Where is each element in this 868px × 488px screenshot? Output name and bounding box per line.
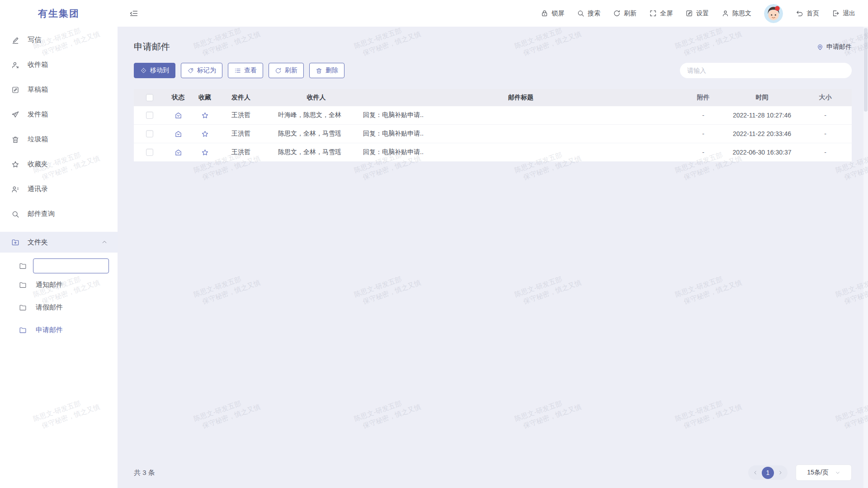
topbar-item-user[interactable]: 陈思文 [722, 9, 751, 18]
sidebar-item-contacts[interactable]: 通讯录 [0, 177, 118, 202]
total-count: 共 3 条 [134, 469, 155, 477]
topbar: 锁屏搜索刷新全屏设置陈思文首页退出 [118, 0, 868, 27]
topbar-item-label: 锁屏 [552, 9, 564, 18]
inbox-person-icon [11, 61, 19, 69]
cell-status [165, 143, 191, 161]
sidebar-collapse-button[interactable] [129, 9, 138, 18]
fullscreen-icon [649, 9, 657, 17]
search-icon [11, 210, 19, 218]
refresh-icon [613, 9, 621, 17]
topbar-item-home[interactable]: 首页 [796, 9, 819, 18]
cell-select [134, 106, 165, 124]
topbar-item-logout[interactable]: 退出 [832, 9, 855, 18]
scrollbar-thumb[interactable] [864, 28, 868, 112]
topbar-item-search[interactable]: 搜索 [577, 9, 600, 18]
refresh-button[interactable]: 刷新 [269, 63, 304, 78]
app-logo: 有生集团 [0, 0, 118, 27]
mail-row[interactable]: 王洪哲 叶海峰，陈思文，全林 回复：电脑补贴申请.. - 2022-11-28 … [134, 106, 852, 125]
sidebar-item-label: 草稿箱 [28, 85, 48, 94]
sidebar-item-mail-search[interactable]: 邮件查询 [0, 202, 118, 226]
sidebar-item-label: 收件箱 [28, 61, 48, 69]
mail-recipients: 陈思文，全林，马雪瑶 [272, 143, 360, 161]
topbar-item-refresh[interactable]: 刷新 [613, 9, 637, 18]
cell-fav [191, 125, 219, 143]
user-avatar[interactable] [764, 4, 783, 23]
folder-item-apply[interactable]: 申请邮件 [0, 319, 118, 341]
mail-row[interactable]: 王洪哲 陈思文，全林，马雪瑶 回复：电脑补贴申请.. - 2022-11-22 … [134, 125, 852, 143]
mark-as-button[interactable]: 标记为 [181, 63, 222, 78]
action-row: 移动到标记为查看刷新删除 [134, 63, 852, 78]
chevron-down-icon [835, 470, 840, 475]
mail-open-icon [175, 149, 182, 156]
folder-item-notice[interactable]: 通知邮件 [0, 273, 118, 296]
folder-label: 通知邮件 [36, 281, 63, 289]
title-row: 申请邮件 申请邮件 [134, 41, 852, 53]
mail-subject: 回复：电脑补贴申请.. [360, 125, 681, 143]
scrollbar[interactable] [863, 27, 868, 488]
row-checkbox[interactable] [146, 149, 153, 156]
folder-icon [19, 262, 27, 270]
pagination-group: 1 15条/页 [748, 465, 852, 481]
folder-list: 通知邮件请假邮件申请邮件 [0, 273, 118, 341]
sidebar-item-sent[interactable]: 发件箱 [0, 102, 118, 127]
col-header-recipients: 收件人 [272, 89, 360, 106]
search-input[interactable] [680, 63, 852, 78]
col-header-subject: 邮件标题 [360, 89, 681, 106]
sidebar-item-drafts[interactable]: 草稿箱 [0, 77, 118, 102]
topbar-item-label: 陈思文 [732, 9, 751, 18]
topbar-item-fullscreen[interactable]: 全屏 [649, 9, 673, 18]
breadcrumb: 申请邮件 [816, 43, 852, 51]
cell-status [165, 125, 191, 143]
sidebar-item-trash[interactable]: 垃圾箱 [0, 127, 118, 152]
delete-button[interactable]: 删除 [309, 63, 344, 78]
table-body: 王洪哲 叶海峰，陈思文，全林 回复：电脑补贴申请.. - 2022-11-28 … [134, 106, 852, 162]
sidebar-item-inbox[interactable]: 收件箱 [0, 52, 118, 77]
footer-row: 共 3 条 1 15条/页 [134, 465, 852, 481]
chevron-up-icon[interactable] [101, 239, 108, 245]
page-size-select[interactable]: 15条/页 [796, 465, 852, 481]
send-icon [11, 111, 19, 119]
topbar-item-lock-screen[interactable]: 锁屏 [541, 9, 564, 18]
trash-icon [316, 67, 322, 74]
tag-icon [187, 67, 194, 74]
sidebar-item-compose[interactable]: 写信 [0, 28, 118, 52]
trash-icon [11, 136, 19, 144]
topbar-item-settings[interactable]: 设置 [685, 9, 709, 18]
mail-row[interactable]: 王洪哲 陈思文，全林，马雪瑶 回复：电脑补贴申请.. - 2022-06-30 … [134, 143, 852, 162]
topbar-item-label: 设置 [696, 9, 709, 18]
mail-attachment: - [681, 106, 725, 124]
star-icon[interactable] [201, 149, 209, 156]
home-back-icon [796, 9, 803, 17]
sidebar-menu: 写信收件箱草稿箱发件箱垃圾箱收藏夹通讯录邮件查询 [0, 27, 118, 226]
folders-section-label: 文件夹 [28, 238, 48, 247]
location-pin-icon [816, 43, 824, 51]
new-folder-row [0, 258, 118, 273]
cell-fav [191, 106, 219, 124]
next-page-button[interactable] [778, 470, 783, 475]
mail-open-icon [175, 130, 182, 138]
sidebar-item-label: 发件箱 [28, 110, 48, 119]
search-icon [577, 9, 585, 17]
prev-page-button[interactable] [753, 470, 758, 475]
sidebar-item-label: 写信 [28, 36, 41, 44]
star-icon[interactable] [201, 112, 209, 119]
folder-icon [19, 281, 27, 289]
star-icon [11, 160, 19, 169]
select-all-checkbox[interactable] [146, 94, 153, 101]
sidebar-item-folders[interactable]: 文件夹 [0, 232, 118, 253]
star-icon[interactable] [201, 130, 209, 138]
mail-sender: 王洪哲 [219, 106, 272, 124]
sidebar-item-favorites[interactable]: 收藏夹 [0, 152, 118, 177]
row-checkbox[interactable] [146, 130, 153, 137]
button-group: 移动到标记为查看刷新删除 [134, 63, 344, 78]
button-label: 移动到 [150, 66, 169, 75]
current-page-button[interactable]: 1 [762, 467, 774, 479]
view-button[interactable]: 查看 [228, 63, 263, 78]
row-checkbox[interactable] [146, 112, 153, 119]
folder-item-leave[interactable]: 请假邮件 [0, 296, 118, 319]
col-header-size: 大小 [799, 89, 852, 106]
move-to-button[interactable]: 移动到 [134, 63, 175, 78]
new-folder-input[interactable] [33, 258, 109, 273]
button-label: 标记为 [197, 66, 216, 75]
mail-size: - [799, 125, 852, 143]
